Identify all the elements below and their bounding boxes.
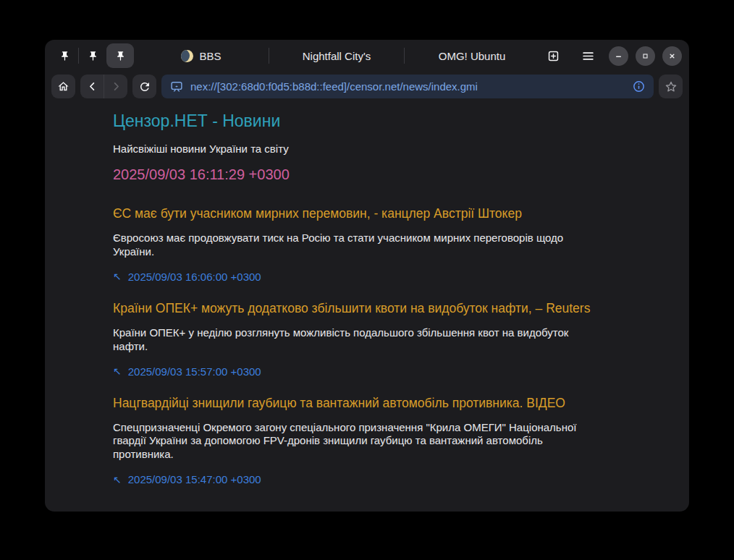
tab-label: BBS [199,50,221,62]
reload-button[interactable] [132,75,156,98]
tab-bar: BBS Nightfall City's OMG! Ubuntu [45,40,689,72]
chevron-right-icon [110,80,122,93]
link-label: 2025/09/03 16:06:00 +0300 [128,271,261,283]
url-bar[interactable]: nex://[302:68d0:f0d5:b88d::feed]/censor.… [161,75,654,98]
page-content: Цензор.НЕТ - Новини Найсвіжіші новини Ук… [45,101,689,485]
link-label: 2025/09/03 15:47:00 +0300 [128,473,261,485]
navigation-bar: nex://[302:68d0:f0d5:b88d::feed]/censor.… [45,72,689,101]
link-arrow-icon: ↖ [113,475,122,485]
article-heading: Нацгвардійці знищили гаубицю та вантажни… [113,396,620,411]
forward-button[interactable] [104,75,127,98]
url-text[interactable]: nex://[302:68d0:f0d5:b88d::feed]/censor.… [190,80,625,93]
tab-omg-ubuntu[interactable]: OMG! Ubuntu [405,43,539,69]
pinned-tab-3-active[interactable] [106,43,134,68]
tab-bbs[interactable]: BBS [134,43,269,69]
crescent-moon-icon [181,50,193,62]
news-article: ЄС має бути учасником мирних перемовин, … [113,206,620,283]
article-heading: ЄС має бути учасником мирних перемовин, … [113,206,620,221]
minimize-icon [613,51,624,61]
close-icon [667,51,678,61]
feed-timestamp: 2025/09/03 16:11:29 +0300 [113,166,620,183]
tab-label: OMG! Ubuntu [439,50,506,62]
pushpin-icon [115,51,126,61]
history-button-group [80,75,127,98]
plus-square-icon [547,49,560,63]
pushpin-icon [88,51,98,61]
article-summary: Спецпризначенці Окремого загону спеціаль… [113,421,598,462]
news-article: Нацгвардійці знищили гаубицю та вантажни… [113,396,620,486]
chevron-left-icon [86,80,98,93]
home-icon [57,80,69,93]
tab-label: Nightfall City's [303,50,371,62]
bookmark-button[interactable] [659,75,683,98]
maximize-icon [640,51,651,61]
page-subtitle: Найсвіжіші новини України та світу [113,143,620,155]
news-article: Країни ОПЕК+ можуть додатково збільшити … [113,301,620,378]
article-heading: Країни ОПЕК+ можуть додатково збільшити … [113,301,620,316]
home-button[interactable] [51,75,75,98]
pinned-tab-1[interactable] [51,43,78,68]
article-timestamp-link[interactable]: ↖ 2025/09/03 16:06:00 +0300 [113,271,620,283]
menu-button[interactable] [574,43,602,68]
article-timestamp-link[interactable]: ↖ 2025/09/03 15:47:00 +0300 [113,473,620,485]
hamburger-icon [581,49,595,63]
minimize-button[interactable] [609,46,628,66]
link-label: 2025/09/03 15:57:00 +0300 [128,365,261,378]
tab-nightfall-citys[interactable]: Nightfall City's [269,43,404,69]
maximize-button[interactable] [636,46,655,66]
pinned-tab-2[interactable] [79,43,106,68]
link-arrow-icon: ↖ [113,366,122,376]
star-icon [664,80,678,94]
article-timestamp-link[interactable]: ↖ 2025/09/03 15:57:00 +0300 [113,365,620,378]
link-arrow-icon: ↖ [113,271,122,281]
reload-icon [138,80,151,93]
pushpin-icon [59,51,70,61]
article-summary: Євросоюз має продовжувати тиск на Росію … [113,232,598,259]
page-info-icon[interactable] [632,80,646,93]
article-summary: Країни ОПЕК+ у неділю розглянуть можливі… [113,326,598,354]
back-button[interactable] [80,75,104,98]
page-title: Цензор.НЕТ - Новини [113,111,620,131]
close-button[interactable] [662,46,682,66]
browser-window: BBS Nightfall City's OMG! Ubuntu [45,40,689,512]
nex-monitor-icon [169,80,184,94]
new-tab-button[interactable] [539,43,567,68]
